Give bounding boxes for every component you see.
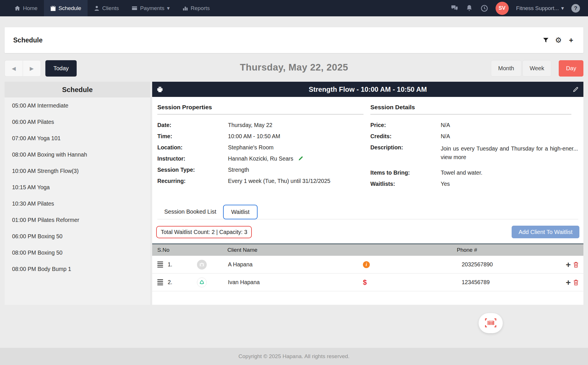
clock-icon[interactable] [481,5,488,12]
property-value: Stephanie's Room [228,144,274,151]
add-booking-icon[interactable]: + [566,260,571,269]
barcode-scanner-button[interactable] [479,313,503,333]
property-value: Every 1 week (Tue, Thu) until 31/12/2025 [228,178,330,184]
user-name-label: Fitness Support... [516,5,559,11]
waitlist-summary-badge: Total Waitlist Count: 2 | Capacity: 3 [156,226,252,238]
add-booking-icon[interactable]: + [566,278,571,287]
waitlist-row: 1. A Hapana i 2032567890 + [152,256,583,274]
drag-handle-icon[interactable] [157,279,163,285]
property-label: Instructor: [157,155,228,162]
detail-label: Items to Bring: [370,169,441,176]
edit-instructor-icon[interactable] [298,155,304,161]
client-avatar [197,278,207,287]
add-icon[interactable]: + [567,36,575,44]
schedule-list-item[interactable]: 08:00 PM Body Bump 1 [5,261,150,277]
drag-handle-icon[interactable] [157,261,163,268]
page: Home Schedule Clients Payments ▾ [0,0,588,365]
print-icon[interactable] [157,86,163,93]
gear-icon[interactable]: ⚙ [555,36,562,44]
filter-icon[interactable] [542,36,550,44]
client-name[interactable]: Ivan Hapana [228,279,363,286]
schedule-sidebar: Schedule 05:00 AM Intermediate 06:00 AM … [5,82,150,305]
chat-icon[interactable] [451,5,458,12]
schedule-list-item[interactable]: 08:00 AM Boxing with Hannah [5,147,150,163]
person-icon [94,5,100,11]
tab-session-booked-list[interactable]: Session Booked List [157,204,223,219]
waitlist-table: S.No Client Name Phone # 1. A Hapana i 2… [152,243,583,291]
property-label: Location: [157,144,228,151]
col-header-client-name: Client Name [227,247,457,253]
session-tabs: Session Booked List Waitlist [157,203,578,219]
schedule-list-item[interactable]: 01:00 PM Pilates Reformer [5,212,150,228]
tab-waitlist[interactable]: Waitlist [223,205,258,219]
property-row: Date: Thursday, May 22 [157,122,370,133]
page-title: Schedule [13,36,42,44]
user-menu[interactable]: Fitness Support... ▾ [516,5,564,11]
detail-row: Items to Bring: Towel and water. [370,169,578,181]
schedule-toolbar: ⚙ + [542,36,575,44]
schedule-list-item[interactable]: 06:00 PM Boxing 50 [5,228,150,245]
client-avatar [197,260,207,270]
info-status-icon[interactable]: i [363,261,370,268]
property-row: Instructor: Hannah Kozicki, Ru Sears [157,155,370,167]
bell-icon[interactable] [466,5,473,12]
detail-value: N/A [441,133,450,140]
barcode-icon [485,318,496,328]
add-client-to-waitlist-button[interactable]: Add Client To Waitlist [512,226,579,238]
help-icon[interactable]: ? [571,4,580,13]
nav-item-payments[interactable]: Payments ▾ [125,0,176,16]
payment-due-icon[interactable]: $ [363,278,367,286]
row-actions: + [556,260,579,269]
nav-item-clients[interactable]: Clients [88,0,125,16]
delete-icon[interactable] [573,279,579,286]
day-view-button[interactable]: Day [559,60,583,77]
row-number: 2. [168,279,185,286]
nav-item-home[interactable]: Home [8,0,44,16]
schedule-list-item[interactable]: 05:00 AM Intermediate [5,97,150,114]
month-view-button[interactable]: Month [491,60,521,77]
nav-item-schedule[interactable]: Schedule [44,0,88,16]
nav-item-label: Payments [140,5,164,11]
property-value: Strength [228,167,249,173]
detail-value: N/A [441,122,450,128]
schedule-list-item[interactable]: 10:15 AM Yoga [5,179,150,196]
row-actions: + [556,278,579,287]
property-row: Location: Stephanie's Room [157,144,370,155]
row-number: 1. [168,261,185,268]
schedule-list-item[interactable]: 07:00 AM Yoga 101 [5,130,150,147]
schedule-list-item[interactable]: 06:00 AM Pilates [5,114,150,130]
detail-label: Price: [370,122,441,128]
property-row: Time: 10:00 AM - 10:50 AM [157,133,370,144]
session-properties-heading: Session Properties [157,104,363,114]
week-view-button[interactable]: Week [523,60,552,77]
session-panel: Strength Flow - 10:00 AM - 10:50 AM Sess… [152,82,583,305]
schedule-list-item[interactable]: 10:30 AM Pilates [5,196,150,212]
session-info: Session Properties Date: Thursday, May 2… [152,97,583,192]
edit-session-icon[interactable] [572,86,579,93]
property-row: Session Type: Strength [157,167,370,178]
sidebar-title: Schedule [5,82,150,97]
description-row: Description: Join us every Tuesday and T… [370,144,578,169]
home-icon [14,5,20,11]
property-value: Thursday, May 22 [228,122,272,128]
property-value: Hannah Kozicki, Ru Sears [228,155,304,162]
status-cell: i [363,261,462,268]
nav-item-label: Home [23,5,38,11]
delete-icon[interactable] [573,261,579,268]
view-more-link[interactable]: view more [441,154,466,160]
property-label: Time: [157,133,228,140]
user-avatar[interactable]: SV [496,2,509,15]
nav-item-label: Clients [102,5,119,11]
view-switcher: Month Week Day [491,60,583,77]
client-name[interactable]: A Hapana [228,261,363,268]
nav-item-reports[interactable]: Reports [176,0,216,16]
schedule-list-item[interactable]: 08:00 PM Boxing 50 [5,245,150,261]
detail-label: Description: [370,144,441,151]
calendar-icon [50,5,56,11]
schedule-list-item[interactable]: 10:00 AM Strength Flow(3) [5,163,150,179]
nav-item-label: Schedule [59,5,81,11]
client-phone: 2032567890 [462,261,556,268]
waitlist-toolbar: Total Waitlist Count: 2 | Capacity: 3 Ad… [156,226,579,238]
description-text: Join us every Tuesday and Thursday for a… [441,145,578,152]
property-label: Recurring: [157,178,228,184]
